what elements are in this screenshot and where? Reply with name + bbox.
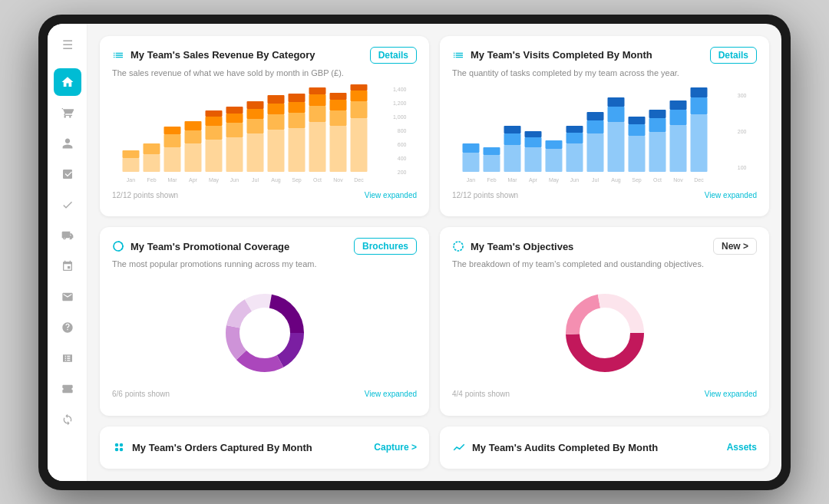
svg-rect-15 — [185, 130, 202, 143]
audits-action[interactable]: Assets — [727, 442, 757, 453]
svg-text:Jun: Jun — [230, 177, 239, 183]
svg-rect-78 — [566, 126, 583, 133]
svg-rect-7 — [123, 158, 140, 172]
promotions-view-expanded[interactable]: View expanded — [365, 390, 417, 398]
svg-rect-85 — [629, 136, 646, 172]
svg-rect-81 — [587, 112, 604, 120]
svg-rect-37 — [309, 122, 326, 172]
visits-action[interactable]: Details — [710, 47, 757, 64]
svg-rect-21 — [226, 137, 243, 172]
svg-text:300: 300 — [738, 93, 747, 98]
svg-rect-71 — [525, 147, 542, 172]
svg-rect-16 — [185, 121, 202, 130]
sales-revenue-action[interactable]: Details — [370, 47, 417, 64]
sidebar-item-sync[interactable] — [54, 406, 81, 433]
sidebar-item-home[interactable] — [54, 68, 81, 96]
objectives-subtitle: The breakdown of my team's completed and… — [452, 259, 757, 268]
visits-view-expanded[interactable]: View expanded — [705, 191, 757, 199]
svg-rect-93 — [670, 100, 687, 110]
svg-rect-47 — [351, 91, 368, 101]
svg-rect-12 — [164, 134, 181, 147]
sidebar-item-mail[interactable] — [54, 283, 81, 311]
promotions-action[interactable]: Brochures — [354, 238, 417, 255]
sales-revenue-subtitle: The sales revenue of what we have sold b… — [112, 68, 417, 77]
svg-rect-25 — [247, 133, 264, 172]
visits-svg: 300 200 100 — [452, 84, 757, 183]
sidebar-item-tasks[interactable] — [54, 191, 81, 219]
svg-text:Aug: Aug — [271, 177, 281, 183]
svg-rect-44 — [330, 93, 347, 100]
svg-rect-36 — [289, 94, 306, 102]
menu-icon[interactable]: ☰ — [54, 31, 81, 59]
svg-rect-91 — [670, 125, 687, 172]
svg-rect-94 — [691, 114, 708, 172]
svg-text:Apr: Apr — [529, 177, 538, 183]
sidebar-item-delivery[interactable] — [54, 222, 81, 249]
svg-rect-9 — [144, 154, 160, 172]
sidebar-item-shop[interactable] — [54, 99, 81, 127]
svg-rect-19 — [206, 117, 223, 126]
svg-rect-29 — [268, 130, 285, 172]
card-sales-revenue: My Team's Sales Revenue By Category Deta… — [100, 36, 429, 217]
objectives-view-expanded[interactable]: View expanded — [705, 390, 757, 398]
sidebar-item-reports[interactable] — [54, 252, 81, 280]
svg-rect-66 — [484, 155, 500, 172]
card-objectives: My Team's Objectives New > The breakdown… — [440, 227, 769, 416]
sidebar-item-tickets[interactable] — [54, 375, 81, 403]
svg-rect-86 — [629, 124, 646, 136]
chart-icon — [112, 49, 124, 61]
svg-rect-13 — [164, 127, 181, 134]
objectives-action[interactable]: New > — [713, 238, 757, 255]
svg-rect-79 — [587, 133, 604, 172]
svg-text:May: May — [549, 177, 560, 183]
svg-rect-87 — [629, 117, 646, 124]
svg-text:Nov: Nov — [333, 177, 343, 183]
sales-view-expanded[interactable]: View expanded — [365, 191, 417, 199]
svg-text:200: 200 — [738, 129, 747, 134]
svg-rect-11 — [164, 147, 181, 172]
svg-rect-84 — [608, 97, 625, 107]
svg-rect-75 — [546, 140, 563, 149]
sidebar-item-team[interactable] — [54, 344, 81, 372]
sidebar-item-orders[interactable] — [54, 160, 81, 188]
svg-rect-74 — [546, 149, 563, 172]
sidebar-item-contacts[interactable] — [54, 130, 81, 157]
svg-rect-34 — [289, 113, 306, 128]
svg-text:Feb: Feb — [487, 177, 496, 183]
svg-rect-28 — [247, 101, 264, 109]
svg-rect-42 — [330, 110, 347, 126]
svg-rect-33 — [289, 128, 306, 172]
svg-text:Dec: Dec — [694, 177, 704, 183]
svg-rect-77 — [566, 133, 583, 143]
svg-rect-24 — [226, 107, 243, 114]
svg-point-123 — [120, 443, 124, 447]
svg-text:100: 100 — [738, 165, 747, 170]
svg-rect-73 — [525, 131, 542, 137]
card-visits: My Team's Visits Completed By Month Deta… — [440, 36, 769, 217]
svg-rect-90 — [649, 110, 666, 118]
sales-points-shown: 12/12 points shown — [112, 191, 178, 199]
svg-rect-72 — [525, 137, 542, 147]
sales-revenue-svg: 1,400 1,200 1,000 800 600 400 200 — [112, 84, 417, 183]
svg-text:Jul: Jul — [252, 177, 259, 183]
svg-point-124 — [115, 448, 119, 452]
svg-rect-30 — [268, 114, 285, 130]
svg-rect-67 — [484, 147, 500, 155]
svg-rect-32 — [268, 95, 285, 104]
svg-point-117 — [454, 242, 463, 251]
svg-text:Jan: Jan — [127, 177, 135, 183]
svg-rect-43 — [330, 100, 347, 110]
svg-rect-80 — [587, 120, 604, 133]
orders-action[interactable]: Capture > — [374, 442, 417, 453]
promotions-donut-container — [112, 275, 417, 385]
svg-point-121 — [582, 310, 628, 356]
svg-rect-68 — [504, 145, 521, 172]
svg-rect-83 — [608, 107, 625, 122]
svg-rect-76 — [566, 143, 583, 172]
promotions-subtitle: The most popular promotions running acro… — [112, 259, 417, 268]
promotions-points-shown: 6/6 points shown — [112, 390, 170, 398]
sidebar-item-finance[interactable] — [54, 314, 81, 341]
sales-revenue-chart: 1,400 1,200 1,000 800 600 400 200 — [112, 84, 417, 186]
objectives-donut — [559, 287, 651, 379]
svg-rect-8 — [123, 150, 140, 158]
